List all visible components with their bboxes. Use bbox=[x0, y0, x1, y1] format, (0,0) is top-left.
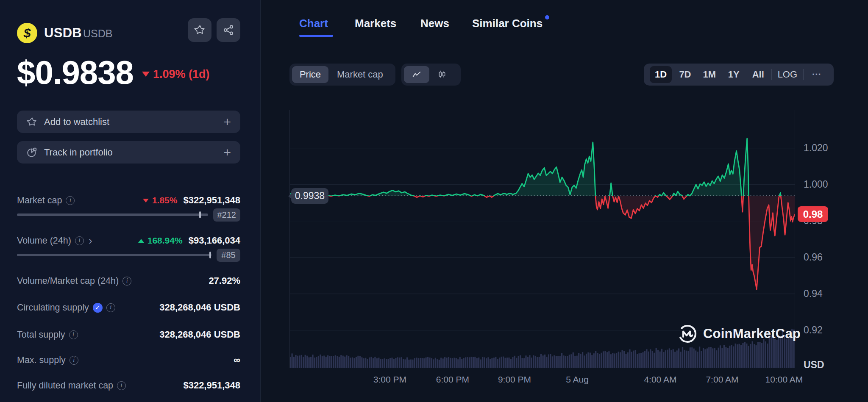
watchlist-star-button[interactable] bbox=[188, 18, 211, 42]
coin-price: $0.9838 bbox=[17, 56, 134, 89]
stat-value: $322,951,348 bbox=[183, 195, 240, 206]
info-icon[interactable]: i bbox=[106, 303, 115, 312]
y-axis-label: 1.000 bbox=[804, 179, 828, 190]
stat-value: ∞ bbox=[234, 355, 240, 366]
watchlist-label: Add to watchlist bbox=[44, 116, 109, 128]
chevron-right-icon[interactable]: › bbox=[89, 235, 92, 246]
verified-check-icon[interactable]: ✓ bbox=[93, 303, 103, 313]
stat-label: Volume/Market cap (24h) bbox=[17, 276, 119, 286]
watermark-text: CoinMarketCap bbox=[703, 326, 801, 341]
stat-row: Total supplyi328,268,046 USDB bbox=[17, 328, 240, 341]
tab-news[interactable]: News bbox=[420, 17, 449, 30]
x-axis-label: 5 Aug bbox=[548, 374, 607, 385]
plus-icon: + bbox=[223, 115, 231, 129]
star-icon bbox=[26, 116, 37, 128]
stat-slider-row: #212 bbox=[17, 208, 240, 221]
stat-label: Total supply bbox=[17, 330, 65, 340]
range-7d[interactable]: 7D bbox=[674, 66, 696, 83]
stat-row: Max. supplyi∞ bbox=[17, 354, 240, 366]
stat-label: Market cap bbox=[17, 195, 62, 206]
tab-similar-coins[interactable]: Similar Coins bbox=[472, 17, 542, 30]
stat-change: 168.94% bbox=[138, 236, 183, 246]
market-cap-toggle[interactable]: Market cap bbox=[328, 66, 392, 83]
stat-value: 27.92% bbox=[209, 275, 240, 286]
time-range-group: 1D7D1M1YAllLOG··· bbox=[644, 64, 834, 86]
stat-row: Circulating supply✓i328,268,046 USDB bbox=[17, 301, 240, 314]
down-arrow-icon bbox=[143, 199, 149, 202]
pie-chart-icon bbox=[26, 147, 37, 158]
rank-badge: #85 bbox=[217, 249, 240, 262]
price-row: $0.9838 1.09% (1d) bbox=[17, 56, 210, 89]
info-icon[interactable]: i bbox=[117, 381, 126, 390]
stat-slider[interactable] bbox=[17, 254, 211, 256]
y-axis-label: 0.92 bbox=[804, 324, 823, 336]
stat-row: Fully diluted market capi$322,951,348 bbox=[17, 379, 240, 392]
divider bbox=[771, 69, 772, 80]
stat-label: Fully diluted market cap bbox=[17, 380, 113, 391]
stat-change: 1.85% bbox=[143, 195, 178, 205]
range-all[interactable]: All bbox=[747, 66, 769, 83]
x-axis-label: 4:00 AM bbox=[631, 374, 690, 385]
stat-slider-row: #85 bbox=[17, 249, 240, 261]
stat-row: Volume/Market cap (24h)i27.92% bbox=[17, 274, 240, 287]
rank-badge: #212 bbox=[213, 208, 241, 222]
stat-row: Market capi1.85%$322,951,348 bbox=[17, 194, 240, 207]
price-line-red bbox=[289, 139, 795, 289]
stat-value: 328,268,046 USDB bbox=[159, 302, 240, 313]
info-icon[interactable]: i bbox=[66, 196, 75, 205]
line-chart-toggle[interactable] bbox=[404, 66, 429, 83]
coin-ticker: USDB bbox=[83, 28, 112, 40]
price-change: 1.09% (1d) bbox=[142, 68, 210, 81]
x-axis-label: 10:00 AM bbox=[754, 374, 814, 385]
share-icon bbox=[223, 24, 234, 36]
share-button[interactable] bbox=[217, 18, 240, 42]
coin-detail-page: $ USDB USDB $0.9838 1.09% (1d) Add to wa… bbox=[0, 0, 868, 402]
stat-value: $93,166,034 bbox=[189, 235, 240, 246]
stat-label: Max. supply bbox=[17, 355, 66, 366]
tabs-divider bbox=[261, 37, 868, 37]
new-indicator-dot bbox=[545, 15, 549, 19]
price-change-text: 1.09% (1d) bbox=[153, 68, 210, 81]
more-options-button[interactable]: ··· bbox=[806, 66, 828, 83]
x-axis-label: 7:00 AM bbox=[693, 374, 752, 385]
slider-handle[interactable] bbox=[199, 211, 201, 218]
track-in-portfolio-button[interactable]: Track in portfolio + bbox=[17, 141, 240, 164]
info-icon[interactable]: i bbox=[122, 277, 131, 286]
metric-toggle-group: Price Market cap bbox=[289, 64, 395, 86]
range-1y[interactable]: 1Y bbox=[723, 66, 745, 83]
candlestick-toggle[interactable] bbox=[429, 66, 455, 83]
watermark: CoinMarketCap bbox=[677, 324, 801, 344]
coinmarketcap-logo-icon bbox=[677, 324, 698, 344]
stat-value: 328,268,046 USDB bbox=[159, 329, 240, 340]
price-toggle[interactable]: Price bbox=[292, 66, 328, 83]
slider-handle[interactable] bbox=[209, 252, 211, 258]
candlestick-icon bbox=[438, 69, 446, 80]
stat-slider[interactable] bbox=[17, 213, 208, 216]
divider bbox=[803, 69, 804, 80]
baseline-price-badge: 0.9938 bbox=[291, 188, 328, 204]
tab-markets[interactable]: Markets bbox=[355, 17, 396, 30]
range-1m[interactable]: 1M bbox=[698, 66, 721, 83]
portfolio-label: Track in portfolio bbox=[44, 147, 113, 158]
stat-label: Volume (24h) bbox=[17, 236, 71, 246]
x-axis-label: 6:00 PM bbox=[423, 374, 482, 385]
stat-row: Volume (24h)i›168.94%$93,166,034 bbox=[17, 234, 240, 247]
area-above-baseline bbox=[289, 139, 795, 289]
price-down-arrow-icon bbox=[142, 72, 150, 77]
current-price-badge: 0.98 bbox=[798, 206, 828, 222]
tab-chart[interactable]: Chart bbox=[299, 17, 328, 30]
y-axis-unit-label: USD bbox=[804, 359, 824, 371]
log-scale-button[interactable]: LOG bbox=[774, 66, 801, 83]
coin-logo: $ bbox=[17, 23, 37, 43]
info-icon[interactable]: i bbox=[69, 330, 78, 339]
area-below-baseline bbox=[289, 139, 795, 289]
y-axis-label: 1.020 bbox=[804, 142, 828, 154]
info-icon[interactable]: i bbox=[75, 236, 84, 245]
sidebar-divider bbox=[260, 0, 261, 402]
info-icon[interactable]: i bbox=[70, 356, 78, 365]
y-axis-label: 0.96 bbox=[804, 252, 823, 263]
x-axis-label: 3:00 PM bbox=[360, 374, 420, 385]
line-chart-icon bbox=[412, 70, 421, 79]
add-to-watchlist-button[interactable]: Add to watchlist + bbox=[17, 111, 240, 133]
range-1d[interactable]: 1D bbox=[650, 66, 672, 83]
